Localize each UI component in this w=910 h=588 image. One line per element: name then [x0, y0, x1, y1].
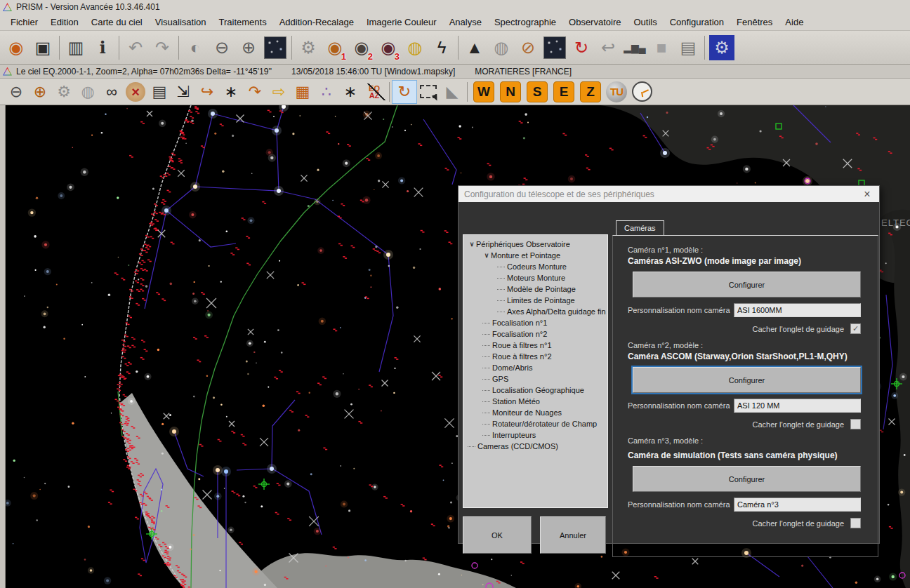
hide-guiding-checkbox[interactable]: ✓: [850, 323, 861, 334]
rotate-image-icon[interactable]: ↻: [568, 33, 595, 62]
cancel-button[interactable]: Annuler: [540, 516, 606, 554]
measure-angle-icon[interactable]: ◣: [440, 81, 464, 103]
star-field-icon[interactable]: [541, 33, 568, 62]
tree-item-12[interactable]: GPS: [465, 373, 606, 385]
menu-item-outils[interactable]: Outils: [627, 15, 663, 29]
camera-1-icon[interactable]: ◉1: [322, 33, 348, 62]
tree-item-14[interactable]: Station Météo: [465, 396, 606, 407]
expand-view-icon[interactable]: ⇲: [171, 81, 195, 103]
filter-wheel-icon[interactable]: ⚙: [295, 33, 322, 62]
polyline-arrow-icon[interactable]: ↩: [595, 33, 621, 62]
hide-guiding-checkbox[interactable]: [850, 419, 861, 429]
tree-item-7[interactable]: Focalisation n°1: [465, 317, 606, 328]
rotate-selection-icon[interactable]: ↻: [393, 81, 416, 103]
camera-2-icon[interactable]: ◉2: [348, 33, 375, 62]
configure-button[interactable]: Configurer: [633, 466, 861, 492]
flip-arrow-icon[interactable]: ↪: [195, 81, 219, 103]
compass-east-button[interactable]: E: [553, 81, 574, 102]
solar-system-icon[interactable]: ∴: [315, 81, 338, 103]
menu-item-analyse[interactable]: Analyse: [443, 15, 488, 29]
tab-cameras[interactable]: Caméras: [616, 220, 664, 235]
celestial-sphere-icon[interactable]: ◍: [488, 33, 515, 62]
profile-cut-icon[interactable]: ▤: [675, 33, 701, 62]
tree-item-3[interactable]: Moteurs Monture: [465, 272, 606, 283]
camera-3-icon[interactable]: ◉3: [375, 33, 402, 62]
dome-icon[interactable]: ▲: [461, 33, 488, 62]
universal-time-globe-icon[interactable]: TU: [606, 81, 627, 102]
flash-icon[interactable]: ϟ: [428, 33, 455, 62]
tree-item-0[interactable]: ∨Périphériques Observatoire: [465, 239, 606, 250]
rotate-field-icon[interactable]: ↷: [243, 81, 267, 103]
tree-item-9[interactable]: Roue à filtres n°1: [465, 340, 606, 351]
tree-item-18[interactable]: Cameras (CCD/CMOS): [465, 441, 606, 452]
print-icon[interactable]: ▤: [147, 81, 171, 103]
acquisition-camera-icon[interactable]: ◉: [3, 33, 29, 62]
compass-zenith-button[interactable]: Z: [580, 81, 601, 102]
tree-item-2[interactable]: Codeurs Monture: [465, 261, 606, 272]
preview-image-icon[interactable]: [262, 33, 289, 62]
save-icon[interactable]: ▣: [29, 33, 56, 62]
dialog-titlebar[interactable]: Configuration du télescope et de ses pér…: [459, 186, 879, 202]
compass-south-button[interactable]: S: [527, 81, 548, 102]
menu-item-fen-tres[interactable]: Fenêtres: [730, 15, 779, 29]
menu-item-edition[interactable]: Edition: [44, 15, 85, 29]
menu-item-visualisation[interactable]: Visualisation: [149, 15, 213, 29]
image-list-icon[interactable]: ▥: [62, 33, 89, 62]
reduce-view-2-icon[interactable]: ∗: [338, 81, 362, 103]
tree-item-13[interactable]: Localisation Géographique: [465, 385, 606, 396]
tree-item-1[interactable]: ∨Monture et Pointage: [465, 250, 606, 261]
menu-item-addition-recalage[interactable]: Addition-Recalage: [273, 15, 360, 29]
configure-button[interactable]: Configurer: [633, 272, 861, 298]
ephemeris-table-icon[interactable]: ▦: [291, 81, 315, 103]
filter-wheel-2-icon[interactable]: ◍: [402, 33, 428, 62]
chevron-down-icon[interactable]: ∨: [468, 241, 476, 248]
redo-icon[interactable]: ↷: [149, 33, 176, 62]
clock-icon[interactable]: [632, 81, 652, 102]
contrast-icon[interactable]: ◐: [182, 33, 209, 62]
chevron-down-icon[interactable]: ∨: [482, 252, 491, 259]
zoom-in-icon[interactable]: ⊕: [235, 33, 262, 62]
histogram-3d-icon[interactable]: ▂▆▄: [621, 33, 648, 62]
camera-name-input[interactable]: [734, 497, 861, 512]
collimation-icon[interactable]: ⊘: [515, 33, 541, 62]
menu-item-fichier[interactable]: Fichier: [4, 15, 44, 29]
menu-item-traitements[interactable]: Traitements: [213, 15, 273, 29]
compass-north-button[interactable]: N: [500, 81, 521, 102]
zoom-out-icon[interactable]: ⊖: [4, 81, 28, 103]
tree-item-4[interactable]: Modèle de Pointage: [465, 283, 606, 295]
advance-time-icon[interactable]: ⇨: [267, 81, 291, 103]
tree-item-17[interactable]: Interrupteurs: [465, 429, 606, 441]
menu-item-aide[interactable]: Aide: [779, 15, 810, 29]
tree-item-15[interactable]: Moniteur de Nuages: [465, 407, 606, 418]
menu-item-observatoire[interactable]: Observatoire: [562, 15, 627, 29]
menu-item-spectrographie[interactable]: Spectrographie: [488, 15, 562, 29]
zoom-in-icon[interactable]: ⊕: [28, 81, 52, 103]
tree-item-16[interactable]: Rotateur/dérotateur de Champ: [465, 418, 606, 429]
select-region-icon[interactable]: [416, 81, 440, 103]
gray-frame-icon[interactable]: ■: [648, 33, 675, 62]
eq-az-toggle-icon[interactable]: EQAZ: [362, 81, 386, 103]
close-icon[interactable]: ×: [855, 186, 879, 202]
camera-name-input[interactable]: [734, 303, 861, 317]
undo-icon[interactable]: ↶: [122, 33, 149, 62]
zoom-out-icon[interactable]: ⊖: [209, 33, 235, 62]
menu-item-carte-du-ciel[interactable]: Carte du ciel: [85, 15, 149, 29]
reduce-view-icon[interactable]: ∗: [219, 81, 243, 103]
tree-item-11[interactable]: Dome/Abris: [465, 362, 606, 373]
delete-object-icon[interactable]: ×: [124, 81, 147, 103]
tree-item-5[interactable]: Limites de Pointage: [465, 295, 606, 306]
gear-hand-icon[interactable]: ⚙: [52, 81, 76, 103]
tree-item-8[interactable]: Focalisation n°2: [465, 328, 606, 340]
camera-name-input[interactable]: [734, 399, 861, 413]
ok-button[interactable]: OK: [463, 516, 532, 554]
menu-item-configuration[interactable]: Configuration: [664, 15, 730, 29]
configure-button[interactable]: Configurer: [633, 367, 861, 393]
tree-item-10[interactable]: Roue à filtres n°2: [465, 351, 606, 362]
hide-guiding-checkbox[interactable]: [850, 518, 861, 528]
binoculars-icon[interactable]: ∞: [100, 81, 124, 103]
setup-gears-icon[interactable]: ⚙: [709, 35, 734, 60]
info-icon[interactable]: ℹ: [89, 33, 116, 62]
tree-item-6[interactable]: Axes Alpha/Delta guidage fin: [465, 306, 606, 317]
menu-item-imagerie-couleur[interactable]: Imagerie Couleur: [360, 15, 443, 29]
compass-west-button[interactable]: W: [473, 81, 494, 102]
